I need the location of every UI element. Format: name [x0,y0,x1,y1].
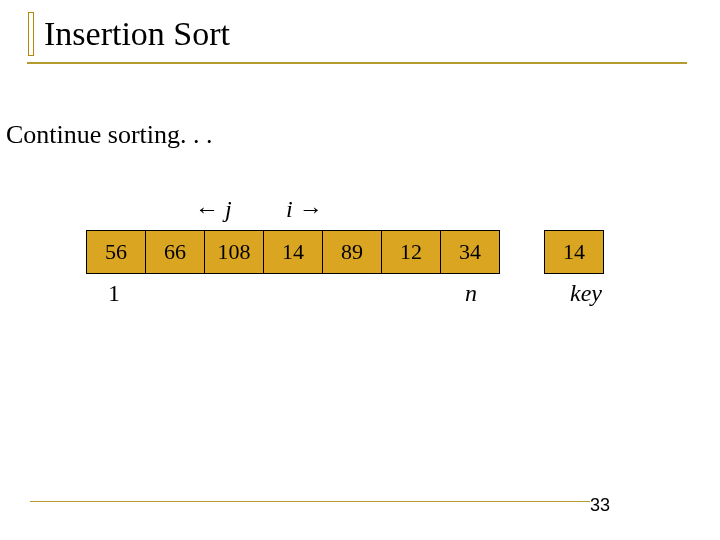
first-index-label: 1 [108,280,120,307]
array-cell: 14 [263,230,323,274]
array-cell: 89 [322,230,382,274]
footer-divider [30,501,590,502]
subtitle: Continue sorting. . . [6,120,213,150]
j-pointer-label: ← j [195,196,232,223]
title-accent [28,12,34,56]
array-cell: 34 [440,230,500,274]
j-variable: j [225,196,232,222]
last-index-label: n [465,280,477,307]
insertion-sort-diagram: ← j i → 56 66 108 14 89 12 34 14 1 n key [86,196,686,316]
array-cell: 56 [86,230,146,274]
right-arrow-icon: → [293,196,323,222]
i-variable: i [286,196,293,222]
pointer-annotation-row: ← j i → [86,196,686,230]
left-arrow-icon: ← [195,196,225,222]
title-underline [27,62,687,64]
array-cell: 66 [145,230,205,274]
key-label: key [570,280,602,307]
page-number: 33 [590,495,610,516]
array-row: 56 66 108 14 89 12 34 14 [86,230,686,274]
index-labels-row: 1 n key [86,280,686,316]
slide-title: Insertion Sort [44,15,230,53]
slide-title-bar: Insertion Sort [28,12,230,56]
array-cell: 12 [381,230,441,274]
key-cell: 14 [544,230,604,274]
gap [500,230,544,274]
i-pointer-label: i → [286,196,323,223]
array-cell: 108 [204,230,264,274]
